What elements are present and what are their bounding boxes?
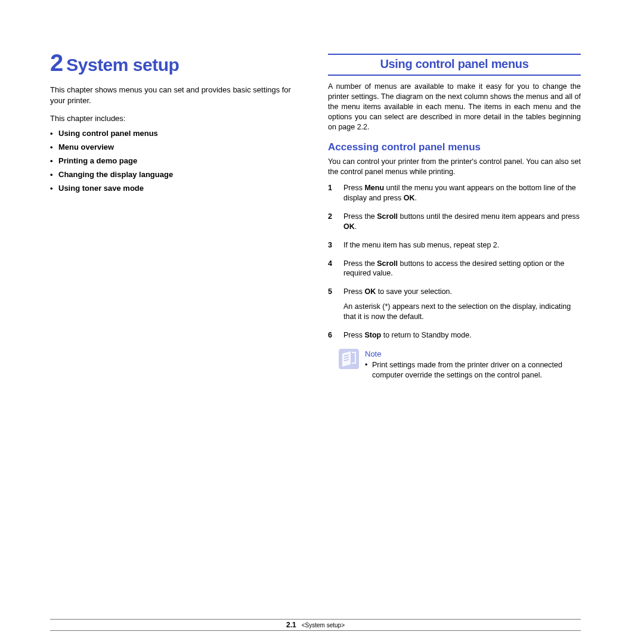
section-intro: A number of menus are available to make … bbox=[328, 82, 581, 132]
note-body: Note Print settings made from the printe… bbox=[365, 349, 581, 380]
step-item: 2 Press the Scroll buttons until the des… bbox=[328, 212, 581, 240]
step-extra: An asterisk (*) appears next to the sele… bbox=[343, 302, 581, 322]
step-item: 5 Press OK to save your selection. An as… bbox=[328, 287, 581, 330]
link-item[interactable]: Menu overview bbox=[50, 143, 303, 151]
step-text: Press the Scroll buttons to access the d… bbox=[343, 259, 564, 278]
step-text: Press OK to save your selection. bbox=[343, 287, 452, 296]
page-number: 2.1 bbox=[286, 621, 296, 629]
chapter-number: 2 bbox=[50, 49, 63, 76]
link-item[interactable]: Using control panel menus bbox=[50, 129, 303, 138]
step-item: 1 Press Menu until the menu you want app… bbox=[328, 183, 581, 212]
step-number: 4 bbox=[328, 259, 332, 269]
step-text: If the menu item has sub menus, repeat s… bbox=[343, 241, 499, 249]
link-item[interactable]: Using toner save mode bbox=[50, 184, 303, 193]
step-number: 1 bbox=[328, 183, 332, 193]
step-text: Press Menu until the menu you want appea… bbox=[343, 184, 576, 202]
subsection-title: Accessing control panel menus bbox=[328, 141, 581, 153]
link-item[interactable]: Changing the display language bbox=[50, 170, 303, 179]
note-box: Note Print settings made from the printe… bbox=[339, 349, 581, 380]
note-label: Note bbox=[365, 349, 581, 360]
link-item[interactable]: Printing a demo page bbox=[50, 156, 303, 165]
steps-list: 1 Press Menu until the menu you want app… bbox=[328, 183, 581, 349]
left-column: 2System setup This chapter shows menus y… bbox=[50, 50, 303, 380]
step-number: 3 bbox=[328, 240, 332, 250]
includes-label: This chapter includes: bbox=[50, 114, 303, 123]
step-text: Press Stop to return to Standby mode. bbox=[343, 331, 472, 339]
step-item: 3 If the menu item has sub menus, repeat… bbox=[328, 240, 581, 259]
note-text: Print settings made from the printer dri… bbox=[365, 360, 581, 380]
note-icon bbox=[339, 349, 359, 369]
footer-crumb: <System setup> bbox=[302, 622, 345, 628]
step-number: 6 bbox=[328, 330, 332, 340]
step-item: 4 Press the Scroll buttons to access the… bbox=[328, 259, 581, 287]
section-title-bar: Using control panel menus bbox=[328, 54, 581, 76]
page-footer: 2.1 <System setup> bbox=[50, 619, 581, 631]
chapter-heading: 2System setup bbox=[50, 50, 303, 75]
step-item: 6 Press Stop to return to Standby mode. bbox=[328, 330, 581, 349]
step-number: 5 bbox=[328, 287, 332, 297]
chapter-intro: This chapter shows menus you can set and… bbox=[50, 85, 303, 106]
chapter-links: Using control panel menus Menu overview … bbox=[50, 129, 303, 193]
page-body: 2System setup This chapter shows menus y… bbox=[50, 50, 581, 380]
subsection-intro: You can control your printer from the pr… bbox=[328, 157, 581, 177]
right-column: Using control panel menus A number of me… bbox=[328, 50, 581, 380]
step-number: 2 bbox=[328, 212, 332, 222]
chapter-title: System setup bbox=[66, 55, 179, 75]
step-text: Press the Scroll buttons until the desir… bbox=[343, 212, 580, 231]
section-title: Using control panel menus bbox=[380, 57, 528, 70]
